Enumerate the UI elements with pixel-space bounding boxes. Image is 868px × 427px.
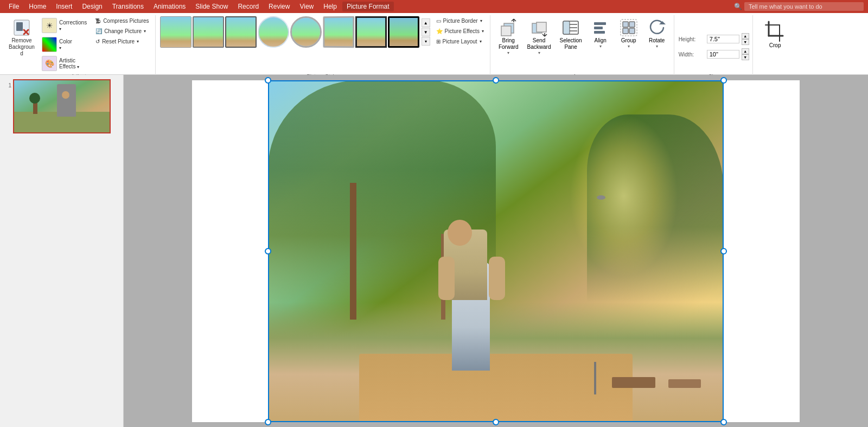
group-button[interactable]: Group ▾ xyxy=(615,16,642,50)
menu-insert[interactable]: Insert xyxy=(52,2,76,11)
menu-slideshow[interactable]: Slide Show xyxy=(191,2,232,11)
selection-pane-button[interactable]: SelectionPane xyxy=(556,16,586,52)
menu-transitions[interactable]: Transitions xyxy=(108,2,148,11)
search-input[interactable] xyxy=(744,2,864,11)
gallery-scroll-down[interactable]: ▼ xyxy=(422,28,430,36)
picture-border-label: Picture Border xyxy=(443,18,478,24)
artistic-effects-icon: 🎨 xyxy=(42,56,57,71)
send-backward-button[interactable]: SendBackward ▾ xyxy=(524,16,555,57)
gallery-scroll-up[interactable]: ▲ xyxy=(422,18,430,27)
picture-layout-button[interactable]: ⊞ Picture Layout ▾ xyxy=(433,37,484,46)
gallery-scroll-more[interactable]: ▾ xyxy=(422,37,430,46)
svg-rect-5 xyxy=(537,22,546,32)
align-arrow: ▾ xyxy=(599,44,602,49)
picture-style-2[interactable] xyxy=(193,16,224,48)
height-decrement[interactable]: ▼ xyxy=(742,39,749,45)
align-button[interactable]: Align ▾ xyxy=(587,16,614,50)
group-label: Group xyxy=(621,37,636,44)
bring-forward-button[interactable]: BringForward ▾ xyxy=(495,16,522,57)
size-group: Height: ▲ ▼ Width: ▲ ▼ Size xyxy=(675,15,753,82)
image-container[interactable] xyxy=(268,80,724,422)
picture-style-7[interactable] xyxy=(355,16,387,48)
bench-2 xyxy=(668,379,701,388)
lamp-head xyxy=(597,195,605,200)
handle-bottom-right[interactable] xyxy=(720,419,727,425)
picture-style-6[interactable] xyxy=(323,16,354,48)
align-icon xyxy=(591,18,610,37)
svg-rect-13 xyxy=(594,31,605,34)
selection-pane-label: SelectionPane xyxy=(560,37,582,50)
width-decrement[interactable]: ▼ xyxy=(742,54,749,60)
menu-help[interactable]: Help xyxy=(319,2,341,11)
menu-record[interactable]: Record xyxy=(233,2,263,11)
picture-effects-label: Picture Effects xyxy=(445,28,480,34)
menu-picture-format[interactable]: Picture Format xyxy=(342,2,394,11)
mother-arm-right xyxy=(489,257,505,300)
gallery-scroll-controls: ▲ ▼ ▾ xyxy=(422,18,430,46)
compress-pictures-button[interactable]: 🗜 Compress Pictures xyxy=(93,16,151,26)
menu-review[interactable]: Review xyxy=(264,2,294,11)
adjust-group: RemoveBackground ☀ Corrections▾ Color▾ 🎨… xyxy=(2,15,156,82)
handle-top-left[interactable] xyxy=(265,77,271,84)
picture-styles-gallery: ▲ ▼ ▾ xyxy=(160,16,430,48)
picture-style-4[interactable] xyxy=(258,16,289,48)
height-label: Height: xyxy=(679,36,705,42)
artistic-effects-button[interactable]: 🎨 ArtisticEffects ▾ xyxy=(39,54,82,73)
crop-icon-wrapper: Crop xyxy=(762,18,788,50)
rotate-arrow: ▾ xyxy=(656,44,658,49)
trunk-1 xyxy=(350,183,356,320)
reset-label: Reset Picture xyxy=(102,39,135,44)
selection-pane-icon xyxy=(561,18,580,37)
send-backward-icon xyxy=(529,18,549,37)
height-increment[interactable]: ▲ xyxy=(742,33,749,39)
width-input[interactable] xyxy=(707,50,739,59)
color-label: Color▾ xyxy=(59,39,72,50)
menu-file[interactable]: File xyxy=(4,2,23,11)
color-button[interactable]: Color▾ xyxy=(39,35,75,54)
picture-border-icon: ▭ xyxy=(436,18,441,24)
picture-style-5[interactable] xyxy=(290,16,322,48)
picture-styles-content: ▲ ▼ ▾ ▭ Picture Border ▾ ⭐ Picture Effec… xyxy=(160,16,487,73)
change-picture-arrow: ▾ xyxy=(144,29,146,34)
svg-rect-16 xyxy=(629,22,635,27)
bring-forward-label: BringForward xyxy=(499,37,519,50)
handle-top-right[interactable] xyxy=(720,77,727,84)
bring-forward-arrow: ▾ xyxy=(507,50,509,55)
arrange-content: BringForward ▾ SendBackward ▾ xyxy=(495,16,671,73)
slide-thumbnail-1[interactable] xyxy=(13,79,111,133)
handle-middle-right[interactable] xyxy=(720,248,727,254)
height-input[interactable] xyxy=(707,35,739,43)
menu-animations[interactable]: Animations xyxy=(149,2,190,11)
handle-top-center[interactable] xyxy=(493,77,499,84)
picture-border-button[interactable]: ▭ Picture Border ▾ xyxy=(433,16,485,26)
picture-style-1[interactable] xyxy=(160,16,192,48)
menu-home[interactable]: Home xyxy=(24,2,50,11)
handle-bottom-left[interactable] xyxy=(265,419,271,425)
rotate-button[interactable]: Rotate ▾ xyxy=(643,16,671,50)
width-increment[interactable]: ▲ xyxy=(742,48,749,54)
remove-bg-label: RemoveBackground xyxy=(8,37,35,57)
crop-button[interactable]: Crop xyxy=(757,16,793,52)
corrections-icon: ☀ xyxy=(42,18,57,33)
crop-group: Crop xyxy=(754,15,796,82)
svg-rect-7 xyxy=(563,21,570,34)
change-picture-button[interactable]: 🔄 Change Picture ▾ xyxy=(93,27,151,36)
slide-left-margin xyxy=(192,80,268,422)
artistic-effects-label: ArtisticEffects ▾ xyxy=(59,58,79,69)
picture-style-3[interactable] xyxy=(225,16,257,48)
handle-bottom-center[interactable] xyxy=(493,419,499,425)
align-label: Align xyxy=(595,37,607,44)
color-icon xyxy=(42,37,57,52)
remove-background-button[interactable]: RemoveBackground xyxy=(5,16,38,60)
picture-style-8[interactable] xyxy=(388,16,419,48)
handle-middle-left[interactable] xyxy=(265,248,271,254)
slide-canvas[interactable] xyxy=(192,80,800,422)
height-row: Height: ▲ ▼ xyxy=(679,33,749,45)
corrections-button[interactable]: ☀ Corrections▾ xyxy=(39,16,90,35)
ribbon: RemoveBackground ☀ Corrections▾ Color▾ 🎨… xyxy=(0,13,868,75)
svg-rect-17 xyxy=(623,28,628,34)
menu-design[interactable]: Design xyxy=(78,2,106,11)
picture-effects-button[interactable]: ⭐ Picture Effects ▾ xyxy=(433,27,487,36)
menu-view[interactable]: View xyxy=(295,2,318,11)
reset-picture-button[interactable]: ↺ Reset Picture ▾ xyxy=(93,37,151,46)
